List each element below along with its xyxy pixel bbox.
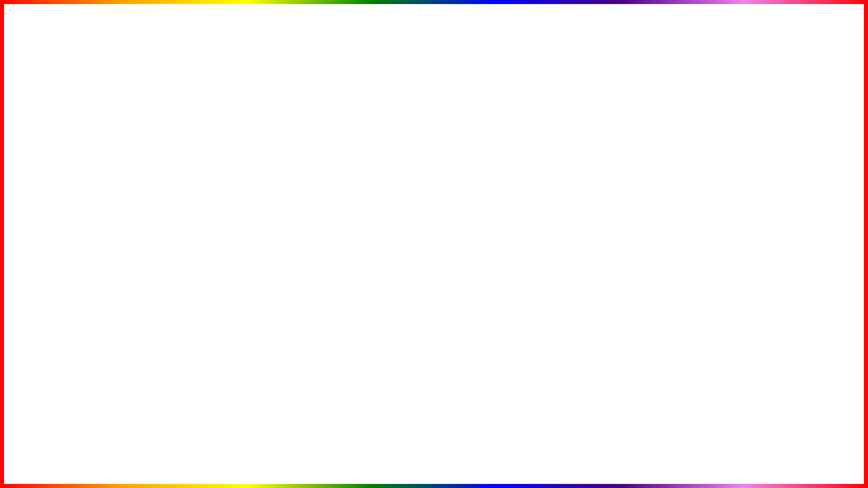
shiny-close-button[interactable]: ✕ bbox=[302, 201, 314, 213]
autofarm-areas-header: AutoFarm Areas bbox=[103, 221, 317, 239]
shiny-option-magma-chest[interactable]: Magma Chest Farm ⋮ bbox=[103, 308, 317, 331]
worlds-grid-icon bbox=[110, 247, 121, 258]
char-arm-left bbox=[705, 271, 719, 319]
areas-grid-icon bbox=[110, 270, 121, 281]
ezpets-titlebar: EzPets - v0.2.6 ✕ bbox=[18, 22, 294, 43]
char-leg-right bbox=[752, 329, 776, 369]
shiny-nav-farming[interactable]: Farming + Anti Afk bbox=[18, 315, 100, 346]
hub-titlebar: Something Hub v1.0.3 - Pet Simulator X ▼ bbox=[310, 22, 606, 42]
radio-magma-chest[interactable] bbox=[110, 314, 119, 324]
shiny-body: Creators Main Player Eggs Farming + Anti… bbox=[18, 218, 321, 398]
hub-nav-autofarm[interactable]: Auto Farm bbox=[310, 47, 363, 71]
autofarm-toggle[interactable] bbox=[573, 80, 593, 89]
ancient-dots[interactable]: ⋮ bbox=[300, 336, 311, 348]
char-legs bbox=[698, 329, 800, 369]
shiny-sidebar: Creators Main Player Eggs Farming + Anti… bbox=[18, 218, 100, 398]
toggle-dot-1 bbox=[574, 81, 581, 88]
option-dots-2[interactable]: ⋮ bbox=[273, 94, 283, 106]
char-face bbox=[729, 288, 770, 308]
hub-sidebar: Auto Farm Security Eggs Misc bbox=[310, 42, 364, 148]
char-eye-right bbox=[753, 291, 761, 301]
magma-dots[interactable]: ⋮ bbox=[300, 312, 311, 325]
ezpets-nav-home[interactable]: Home bbox=[18, 48, 93, 69]
radio-tp-merchant[interactable] bbox=[103, 144, 113, 154]
haunted-dots[interactable]: ⋮ bbox=[300, 359, 311, 371]
ezpets-close-button[interactable]: ✕ bbox=[275, 26, 287, 38]
hub-feature-autofarm: Autofarm bbox=[370, 74, 600, 95]
search-icon: 🔍 bbox=[376, 52, 389, 64]
shiny-nav-settings[interactable]: Settings bbox=[18, 371, 100, 392]
coins-stat-box: 296,591,360 🐾 bbox=[412, 183, 678, 244]
page-title: PET SIM X HACKS bbox=[146, 411, 722, 481]
radio-ancient-chest[interactable] bbox=[110, 338, 119, 347]
shiny-window: Shiny Tool v1.0.7 Beta ✕ Creators Main P… bbox=[17, 195, 322, 399]
bottom-title-container: PET SIM X HACKS bbox=[0, 411, 868, 481]
hub-dropdown-icon[interactable]: ▼ bbox=[589, 27, 597, 37]
ezpets-title: EzPets - v0.2.6 bbox=[25, 27, 86, 37]
option-fps-booster[interactable]: ⚡ FPS Booster ⋮ bbox=[96, 113, 290, 137]
shiny-nav-player[interactable]: Player bbox=[18, 269, 100, 290]
hub-window: Something Hub v1.0.3 - Pet Simulator X ▼… bbox=[309, 20, 607, 149]
option-auto-tp-merchant[interactable]: Auto TP to Merchant ⋮ bbox=[96, 137, 290, 161]
others-header: Others bbox=[96, 46, 290, 62]
autofarm-label: Autofarm bbox=[376, 79, 412, 89]
char-arm-right bbox=[780, 271, 793, 319]
radio-haunted-chest[interactable] bbox=[110, 361, 119, 370]
shiny-option-worlds[interactable]: Worlds ⋮ bbox=[103, 241, 317, 264]
radio-triple-coins[interactable] bbox=[103, 169, 113, 178]
paw-icon-1: 🐾 bbox=[615, 193, 656, 234]
char-eye-left bbox=[734, 291, 743, 301]
hub-nav-misc[interactable]: Misc bbox=[310, 119, 363, 142]
lightning-icon: ⚡ bbox=[103, 119, 115, 131]
coins-count: 296,591,360 bbox=[435, 197, 608, 230]
shiny-nav-redeem[interactable]: Redeem bbox=[18, 348, 100, 369]
toggle-dot-2 bbox=[574, 105, 581, 112]
coins-per-time: 3,475,680 in 60s bbox=[434, 254, 598, 279]
hub-content: 🔍 Autofarm Instant Orbs Pickup bbox=[364, 42, 606, 148]
shiny-option-areas[interactable]: Areas ⋮ bbox=[103, 264, 317, 287]
hub-title: Something Hub v1.0.3 - Pet Simulator X bbox=[318, 26, 483, 37]
areas-dots[interactable]: ⋮ bbox=[300, 269, 311, 282]
ezpets-nav-others[interactable]: Others bbox=[18, 143, 93, 164]
hub-nav-security[interactable]: Security bbox=[310, 71, 363, 95]
hub-nav-eggs[interactable]: Eggs bbox=[310, 95, 363, 119]
instant-orbs-toggle[interactable] bbox=[573, 104, 593, 113]
option-dots-3[interactable]: ⋮ bbox=[273, 118, 283, 131]
option-visual-pet-dupe[interactable]: 🐾 Visual Pet Dupe ⋮ bbox=[96, 88, 290, 113]
paw-icon-2: 🐾 bbox=[605, 249, 639, 283]
roblox-character bbox=[698, 271, 800, 420]
hub-feature-instant-orbs: Instant Orbs Pickup bbox=[370, 98, 600, 119]
char-head bbox=[722, 271, 776, 319]
char-leg-left bbox=[723, 329, 747, 369]
ezpets-nav-pets[interactable]: Pets bbox=[18, 96, 93, 117]
shiny-title: Shiny Tool v1.0.7 Beta bbox=[25, 202, 118, 212]
char-hair bbox=[721, 268, 778, 288]
shiny-nav-main[interactable]: Main bbox=[18, 246, 100, 267]
shield-icon: 🛡 bbox=[103, 70, 115, 82]
hub-body: Auto Farm Security Eggs Misc 🔍 Autofarm … bbox=[310, 42, 606, 148]
shiny-nav-creators[interactable]: Creators bbox=[18, 223, 100, 244]
paw-icon: 🐾 bbox=[103, 94, 115, 106]
option-dots-1[interactable]: ⋮ bbox=[273, 69, 283, 82]
ezpets-nav-movement[interactable]: Movement bbox=[18, 119, 93, 140]
hub-search-bar[interactable]: 🔍 bbox=[370, 47, 600, 68]
coins-per-time-box: 3,475,680 in 60s 🐾 bbox=[415, 241, 658, 292]
shiny-titlebar: Shiny Tool v1.0.7 Beta ✕ bbox=[18, 197, 321, 218]
worlds-dots[interactable]: ⋮ bbox=[300, 246, 311, 259]
ezpets-nav-settings[interactable]: Settings bbox=[18, 167, 93, 188]
instant-orbs-label: Instant Orbs Pickup bbox=[376, 103, 453, 113]
shiny-option-haunted-chest[interactable]: Haunted Chest ⋮ bbox=[103, 354, 317, 377]
shiny-option-ancient-chest[interactable]: Ancient Chest ⋮ bbox=[103, 331, 317, 354]
option-unlock-gamepasses[interactable]: 🛡 Unlock all Gamepasses ⋮ bbox=[96, 64, 290, 88]
shiny-nav-eggs[interactable]: Eggs bbox=[18, 292, 100, 313]
shiny-content: AutoFarm Areas Worlds ⋮ Areas ⋮ bbox=[100, 218, 321, 398]
ezpets-nav-farming[interactable]: Farming bbox=[18, 72, 93, 93]
hub-search-input[interactable] bbox=[393, 54, 594, 63]
option-auto-triple-coins[interactable]: Auto Use Triple Coins ⋮ bbox=[96, 161, 290, 186]
option-dots-5[interactable]: ⋮ bbox=[273, 167, 283, 180]
option-dots-4[interactable]: ⋮ bbox=[273, 142, 283, 155]
autofarm-chests-header: AutoFarm Chests bbox=[103, 287, 317, 306]
